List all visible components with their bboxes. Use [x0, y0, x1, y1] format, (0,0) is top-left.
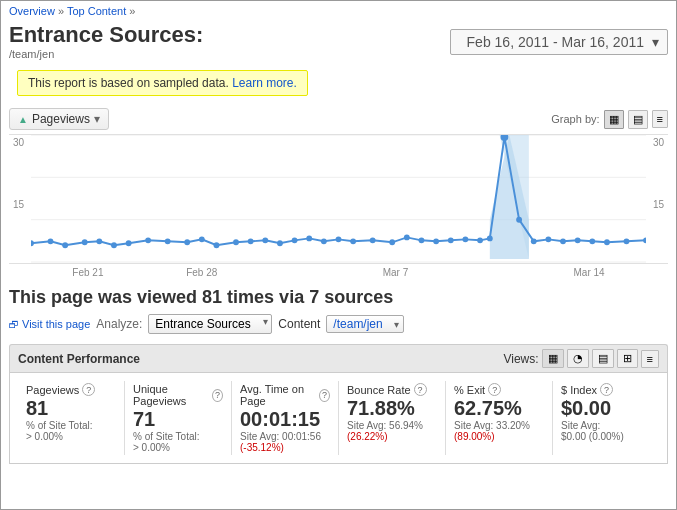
svg-point-35	[487, 236, 493, 242]
svg-point-14	[165, 239, 171, 245]
help-icon[interactable]: ?	[212, 389, 223, 402]
graph-by-line-button[interactable]: ▤	[628, 110, 648, 129]
view-pivot-button[interactable]: ⊞	[617, 349, 638, 368]
metric-label-text: Bounce Rate	[347, 384, 411, 396]
y-labels-left: 30 15	[9, 135, 31, 263]
svg-point-24	[321, 239, 327, 245]
svg-point-30	[419, 238, 425, 244]
svg-point-38	[531, 239, 537, 245]
svg-point-41	[575, 238, 581, 244]
page-summary: This page was viewed 81 times via 7 sour…	[1, 279, 676, 344]
help-icon[interactable]: ?	[488, 383, 501, 396]
graph-by-bar-button[interactable]: ▦	[604, 110, 624, 129]
svg-point-6	[31, 241, 34, 247]
header-row: Entrance Sources: /team/jen Feb 16, 2011…	[1, 21, 676, 64]
metric-cell-2: Avg. Time on Page ?00:01:15Site Avg: 00:…	[232, 381, 339, 455]
metric-sub1: Site Avg: 00:01:56	[240, 431, 330, 442]
metric-sub1: Site Avg:	[561, 420, 651, 431]
analyze-row: 🗗 Visit this page Analyze: Entrance Sour…	[9, 314, 668, 340]
svg-point-34	[477, 238, 483, 244]
svg-point-7	[48, 239, 54, 245]
help-icon[interactable]: ?	[600, 383, 613, 396]
metric-sub1: % of Site Total:	[26, 420, 116, 431]
pageviews-button[interactable]: ▲ Pageviews ▾	[9, 108, 109, 130]
metric-sub2: > 0.00%	[133, 442, 223, 453]
svg-point-15	[184, 240, 190, 246]
svg-point-20	[262, 238, 268, 244]
content-path-text: /team/jen	[333, 317, 382, 331]
summary-text: This page was viewed 81 times via 7 sour…	[9, 287, 668, 308]
svg-point-12	[126, 241, 132, 247]
pageviews-label: Pageviews	[32, 112, 90, 126]
svg-point-9	[82, 240, 88, 246]
metric-cell-5: $ Index ?$0.00Site Avg:$0.00 (0.00%)	[553, 381, 659, 455]
metric-sub1: % of Site Total:	[133, 431, 223, 442]
svg-point-29	[404, 235, 410, 241]
views-controls: Views: ▦ ◔ ▤ ⊞ ≡	[503, 349, 659, 368]
metric-sub2: > 0.00%	[26, 431, 116, 442]
view-pie-button[interactable]: ◔	[567, 349, 589, 368]
metric-cell-4: % Exit ?62.75%Site Avg: 33.20%(89.00%)	[446, 381, 553, 455]
content-path-wrapper[interactable]: /team/jen	[326, 315, 403, 333]
help-icon[interactable]: ?	[82, 383, 95, 396]
content-performance-title: Content Performance	[18, 352, 140, 366]
metric-label-text: $ Index	[561, 384, 597, 396]
entrance-sources-select[interactable]: Entrance Sources	[148, 314, 272, 334]
metric-value: 00:01:15	[240, 407, 330, 431]
dropdown-arrow-icon: ▾	[94, 112, 100, 126]
date-picker[interactable]: Feb 16, 2011 - Mar 16, 2011 ▾	[450, 29, 668, 55]
svg-point-17	[214, 243, 220, 249]
metric-label-text: % Exit	[454, 384, 485, 396]
page-subtitle: /team/jen	[9, 48, 203, 60]
view-more-button[interactable]: ≡	[641, 350, 659, 368]
svg-point-45	[643, 238, 646, 244]
page-title: Entrance Sources:	[9, 23, 203, 47]
view-bar-button[interactable]: ▤	[592, 349, 614, 368]
svg-point-28	[389, 240, 395, 246]
metric-cell-3: Bounce Rate ?71.88%Site Avg: 56.94%(26.2…	[339, 381, 446, 455]
metrics-row: Pageviews ?81% of Site Total:> 0.00%Uniq…	[9, 372, 668, 464]
metric-value: $0.00	[561, 396, 651, 420]
svg-point-44	[624, 239, 630, 245]
date-picker-arrow: ▾	[652, 34, 659, 50]
metric-sub2: (26.22%)	[347, 431, 437, 442]
svg-point-8	[62, 243, 68, 249]
metric-sub2: (89.00%)	[454, 431, 544, 442]
metric-value: 81	[26, 396, 116, 420]
metric-sub2: (-35.12%)	[240, 442, 330, 453]
svg-point-32	[448, 238, 454, 244]
date-range-text: Feb 16, 2011 - Mar 16, 2011	[467, 34, 644, 50]
svg-point-43	[604, 240, 610, 246]
help-icon[interactable]: ?	[414, 383, 427, 396]
x-axis-labels: Feb 21 Feb 28 Mar 7 Mar 14	[1, 266, 676, 279]
sampled-notice: This report is based on sampled data. Le…	[17, 70, 308, 96]
metric-label-text: Pageviews	[26, 384, 79, 396]
svg-point-40	[560, 239, 566, 245]
svg-point-18	[233, 240, 239, 246]
breadcrumb-top-content[interactable]: Top Content	[67, 5, 126, 17]
svg-point-22	[292, 238, 298, 244]
svg-point-31	[433, 239, 439, 245]
svg-point-25	[336, 237, 342, 243]
svg-point-37	[516, 217, 522, 223]
graph-by-controls: Graph by: ▦ ▤ ≡	[551, 110, 668, 129]
metric-value: 71	[133, 407, 223, 431]
help-icon[interactable]: ?	[319, 389, 330, 402]
svg-point-26	[350, 239, 356, 245]
svg-point-10	[96, 239, 102, 245]
svg-point-23	[306, 236, 312, 242]
svg-point-42	[589, 239, 595, 245]
graph-controls: ▲ Pageviews ▾ Graph by: ▦ ▤ ≡	[1, 104, 676, 132]
view-table-button[interactable]: ▦	[542, 349, 564, 368]
svg-point-27	[370, 238, 376, 244]
y-labels-right: 30 15	[646, 135, 668, 263]
metric-value: 62.75%	[454, 396, 544, 420]
learn-more-link[interactable]: Learn more.	[232, 76, 297, 90]
metric-sub2: $0.00 (0.00%)	[561, 431, 651, 442]
breadcrumb-overview[interactable]: Overview	[9, 5, 55, 17]
graph-by-compare-button[interactable]: ≡	[652, 110, 668, 128]
visit-page-link[interactable]: 🗗 Visit this page	[9, 318, 90, 330]
title-block: Entrance Sources: /team/jen	[9, 23, 203, 60]
svg-point-16	[199, 237, 205, 243]
content-performance-header: Content Performance Views: ▦ ◔ ▤ ⊞ ≡	[9, 344, 668, 372]
